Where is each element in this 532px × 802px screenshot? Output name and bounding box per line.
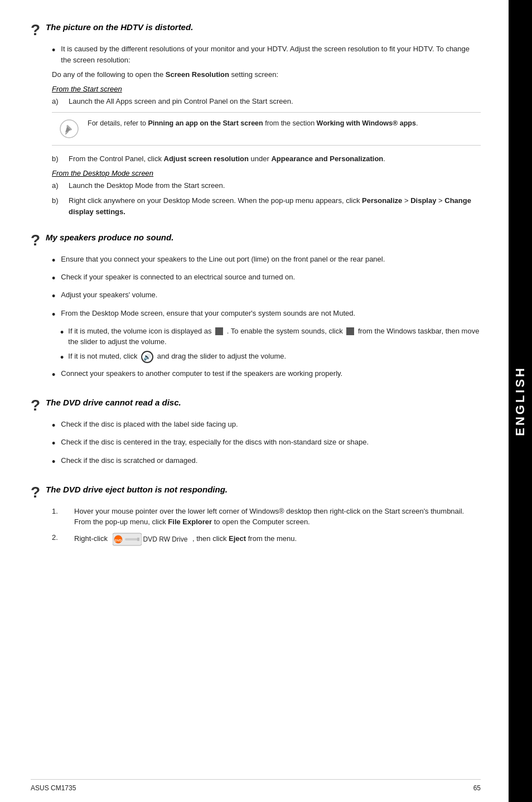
- main-content: ? The picture on the HDTV is distorted. …: [0, 0, 509, 802]
- from-desktop-label: From the Desktop Mode screen: [52, 169, 481, 177]
- alpha-text: Launch the Desktop Mode from the Start s…: [69, 180, 225, 191]
- sub-bullet-item: • If it is muted, the volume icon is dis…: [60, 326, 481, 347]
- numbered-text-1: Hover your mouse pointer over the lower …: [74, 506, 481, 528]
- q-mark-dvd-eject: ?: [31, 485, 40, 500]
- numbered-text-2: Right-click DVD DVD RW Dri: [74, 532, 297, 547]
- q-mark-dvd-read: ?: [31, 398, 40, 413]
- bullet-item: • Check if the disc is placed with the l…: [52, 419, 481, 433]
- numbered-list: 1. Hover your mouse pointer over the low…: [52, 506, 481, 547]
- bullet-text: Check if your speaker is connected to an…: [61, 272, 481, 283]
- bullet-text: It is caused by the different resolution…: [61, 44, 481, 65]
- sub-bullet-dot: •: [60, 351, 64, 365]
- bullet-item-last: • Connect your speakers to another compu…: [52, 368, 481, 382]
- hdtv-body: • It is caused by the different resoluti…: [52, 44, 481, 217]
- footer: ASUS CM1735 65: [31, 779, 481, 792]
- page: ? The picture on the HDTV is distorted. …: [0, 0, 532, 802]
- dvd-read-body: • Check if the disc is placed with the l…: [52, 419, 481, 469]
- bullet-dot: •: [52, 272, 55, 286]
- bullet-text: Check if the disc is centered in the tra…: [61, 437, 481, 448]
- bullet-text: Connect your speakers to another compute…: [61, 368, 481, 379]
- sub-bullet-dot: •: [60, 326, 64, 340]
- bullet-text: Ensure that you connect your speakers to…: [61, 254, 481, 265]
- list-item: b) From the Control Panel, click Adjust …: [52, 153, 481, 165]
- question-header-dvd-read: ? The DVD drive cannot read a disc.: [31, 398, 481, 413]
- bullet-item: • Ensure that you connect your speakers …: [52, 254, 481, 268]
- q-mark-hdtv: ?: [31, 22, 40, 38]
- bullet-item: • Check if the disc is scratched or dama…: [52, 455, 481, 469]
- bullet-dot: •: [52, 368, 55, 382]
- note-text: For details, refer to Pinning an app on …: [88, 118, 474, 129]
- bullet-item: • Check if your speaker is connected to …: [52, 272, 481, 286]
- section-dvd-eject: ? The DVD drive eject button is not resp…: [31, 485, 481, 547]
- bullet-item: • It is caused by the different resoluti…: [52, 44, 481, 65]
- list-item: b) Right click anywhere on your Desktop …: [52, 195, 481, 217]
- bullet-dot: •: [52, 254, 55, 268]
- bullet-text: Adjust your speakers' volume.: [61, 289, 481, 301]
- bullet-text: Check if the disc is scratched or damage…: [61, 455, 481, 466]
- alpha-label: a): [52, 180, 69, 191]
- intro-text: Do any of the following to open the Scre…: [52, 69, 481, 80]
- list-item: a) Launch the All Apps screen and pin Co…: [52, 96, 481, 107]
- bullet-text: From the Desktop Mode screen, ensure tha…: [61, 308, 481, 319]
- bullet-dot: •: [52, 455, 55, 469]
- alpha-list-3: a) Launch the Desktop Mode from the Star…: [52, 180, 481, 218]
- alpha-label: a): [52, 96, 69, 107]
- q-mark-speakers: ?: [31, 233, 40, 248]
- num-label: 1.: [52, 506, 74, 517]
- bullet-item: • Check if the disc is centered in the t…: [52, 437, 481, 451]
- speakers-body: • Ensure that you connect your speakers …: [52, 254, 481, 382]
- list-item-1: 1. Hover your mouse pointer over the low…: [52, 506, 481, 528]
- pencil-icon: [59, 118, 80, 139]
- sub-bullet-text-2: If it is not muted, click 🔊 and drag the…: [68, 351, 481, 363]
- q-title-dvd-eject: The DVD drive eject button is not respon…: [46, 485, 228, 494]
- list-item-2: 2. Right-click DVD: [52, 532, 481, 547]
- alpha-list-1: a) Launch the All Apps screen and pin Co…: [52, 96, 481, 107]
- question-header-speakers: ? My speakers produce no sound.: [31, 233, 481, 248]
- q-title-speakers: My speakers produce no sound.: [46, 233, 173, 242]
- question-header-hdtv: ? The picture on the HDTV is distorted.: [31, 22, 481, 38]
- alpha-text-b2: Right click anywhere on your Desktop Mod…: [69, 195, 481, 217]
- q-title-hdtv: The picture on the HDTV is distorted.: [46, 22, 193, 32]
- bullet-dot: •: [52, 44, 55, 57]
- footer-right: 65: [473, 784, 481, 792]
- alpha-label: b): [52, 153, 69, 165]
- dvd-eject-body: 1. Hover your mouse pointer over the low…: [52, 506, 481, 547]
- svg-text:DVD: DVD: [114, 539, 122, 542]
- from-start-label: From the Start screen: [52, 85, 481, 93]
- alpha-text-b: From the Control Panel, click Adjust scr…: [69, 153, 385, 165]
- bullet-dot: •: [52, 419, 55, 433]
- side-tab-label: ENGLISH: [513, 366, 528, 436]
- bullet-dot: •: [52, 289, 55, 303]
- alpha-label: b): [52, 195, 69, 206]
- volume-muted-icon-2: [346, 327, 354, 335]
- volume-muted-icon: [215, 327, 223, 335]
- num-label: 2.: [52, 532, 74, 543]
- dvd-drive-icon: DVD DVD RW Drive: [113, 532, 188, 547]
- q-title-dvd-read: The DVD drive cannot read a disc.: [46, 398, 181, 407]
- section-dvd-read: ? The DVD drive cannot read a disc. • Ch…: [31, 398, 481, 469]
- section-speakers: ? My speakers produce no sound. • Ensure…: [31, 233, 481, 382]
- list-item: a) Launch the Desktop Mode from the Star…: [52, 180, 481, 191]
- footer-left: ASUS CM1735: [31, 784, 76, 792]
- alpha-list-2: b) From the Control Panel, click Adjust …: [52, 153, 481, 165]
- sub-bullet-list: • If it is muted, the volume icon is dis…: [60, 326, 481, 365]
- volume-icon: 🔊: [141, 351, 153, 363]
- sub-bullet-text-1: If it is muted, the volume icon is displ…: [68, 326, 481, 347]
- side-tab: ENGLISH: [509, 0, 532, 802]
- bullet-item: • Adjust your speakers' volume.: [52, 289, 481, 303]
- section-hdtv: ? The picture on the HDTV is distorted. …: [31, 22, 481, 217]
- question-header-dvd-eject: ? The DVD drive eject button is not resp…: [31, 485, 481, 500]
- bullet-item: • From the Desktop Mode screen, ensure t…: [52, 308, 481, 322]
- svg-rect-6: [137, 538, 139, 541]
- alpha-text: Launch the All Apps screen and pin Contr…: [69, 96, 293, 107]
- note-box: For details, refer to Pinning an app on …: [52, 112, 481, 146]
- bullet-text: Check if the disc is placed with the lab…: [61, 419, 481, 430]
- bullet-dot: •: [52, 308, 55, 322]
- bullet-dot: •: [52, 437, 55, 451]
- sub-bullet-item: • If it is not muted, click 🔊 and drag t…: [60, 351, 481, 365]
